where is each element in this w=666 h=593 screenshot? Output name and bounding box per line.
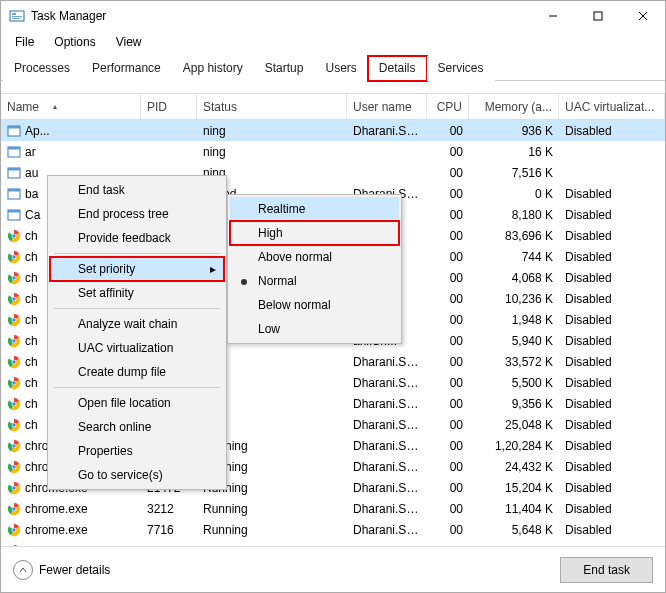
svg-point-69 [12,486,15,489]
cell-mem: 10,236 K [469,292,559,306]
menu-file[interactable]: File [7,33,42,51]
process-icon [7,418,21,432]
table-row[interactable]: chrome.exe1272RunningDharani.Sh...002,14… [1,540,665,546]
cell-cpu: 00 [427,502,469,516]
col-uac[interactable]: UAC virtualizat... [559,94,665,119]
process-name: ch [25,271,38,285]
menu-open-file-location[interactable]: Open file location [50,391,224,415]
svg-rect-9 [8,126,20,129]
tab-performance[interactable]: Performance [81,56,172,81]
process-name: ch [25,397,38,411]
process-name: ch [25,376,38,390]
tab-users[interactable]: Users [314,56,367,81]
menu-set-affinity[interactable]: Set affinity [50,281,224,305]
priority-normal[interactable]: Normal [230,269,399,293]
process-icon [7,439,21,453]
menu-uac-virtualization[interactable]: UAC virtualization [50,336,224,360]
tab-processes[interactable]: Processes [3,56,81,81]
cell-user: Dharani.Sh... [347,544,427,547]
svg-point-37 [12,318,15,321]
col-user[interactable]: User name [347,94,427,119]
process-name: ch [25,355,38,369]
table-row[interactable]: chrome.exe7716RunningDharani.Sh...005,64… [1,519,665,540]
col-mem[interactable]: Memory (a... [469,94,559,119]
window-title: Task Manager [31,9,530,23]
cell-status: Running [197,544,347,547]
priority-low[interactable]: Low [230,317,399,341]
svg-point-53 [12,402,15,405]
cell-user: Dharani.Sh... [347,355,427,369]
table-row[interactable]: arning0016 K [1,141,665,162]
cell-mem: 0 K [469,187,559,201]
process-name: ch [25,334,38,348]
cell-cpu: 00 [427,271,469,285]
titlebar: Task Manager [1,1,665,31]
process-name: ar [25,145,36,159]
col-pid[interactable]: PID [141,94,197,119]
table-row[interactable]: Ap...ningDharani.Sh...00936 KDisabled [1,120,665,141]
table-row[interactable]: chrome.exe3212RunningDharani.Sh...0011,4… [1,498,665,519]
maximize-button[interactable] [575,1,620,31]
cell-uac: Disabled [559,229,665,243]
process-icon [7,166,21,180]
cell-cpu: 00 [427,313,469,327]
menu-go-to-services[interactable]: Go to service(s) [50,463,224,487]
svg-rect-13 [8,168,20,171]
fewer-details-button[interactable]: Fewer details [13,560,110,580]
svg-rect-17 [8,210,20,213]
svg-point-25 [12,255,15,258]
cell-uac: Disabled [559,271,665,285]
col-cpu[interactable]: CPU [427,94,469,119]
menu-provide-feedback[interactable]: Provide feedback [50,226,224,250]
svg-rect-11 [8,147,20,150]
process-icon [7,544,21,547]
priority-below-normal[interactable]: Below normal [230,293,399,317]
cell-status: ning [197,124,347,138]
priority-realtime[interactable]: Realtime [230,197,399,221]
tab-services[interactable]: Services [427,56,495,81]
cell-uac: Disabled [559,334,665,348]
cell-mem: 8,180 K [469,208,559,222]
cell-mem: 9,356 K [469,397,559,411]
svg-rect-5 [594,12,602,20]
menu-properties[interactable]: Properties [50,439,224,463]
process-icon [7,229,21,243]
tab-details[interactable]: Details [368,56,427,81]
cell-mem: 11,404 K [469,502,559,516]
menu-set-priority-label: Set priority [78,262,135,276]
radio-dot-icon [241,279,247,285]
menu-set-priority[interactable]: Set priority▸ [50,257,224,281]
process-icon [7,523,21,537]
menu-options[interactable]: Options [46,33,103,51]
menu-create-dump-file[interactable]: Create dump file [50,360,224,384]
process-icon [7,313,21,327]
app-icon [9,8,25,24]
end-task-button[interactable]: End task [560,557,653,583]
menu-end-task[interactable]: End task [50,178,224,202]
priority-high[interactable]: High [230,221,399,245]
cell-uac: Disabled [559,544,665,547]
cell-user: Dharani.Sh... [347,481,427,495]
process-icon [7,355,21,369]
menu-end-process-tree[interactable]: End process tree [50,202,224,226]
cell-cpu: 00 [427,418,469,432]
tab-app-history[interactable]: App history [172,56,254,81]
menu-analyze-wait-chain[interactable]: Analyze wait chain [50,312,224,336]
cell-cpu: 00 [427,208,469,222]
cell-mem: 5,500 K [469,376,559,390]
col-status[interactable]: Status [197,94,347,119]
cell-pid: 1272 [141,544,197,547]
menu-view[interactable]: View [108,33,150,51]
svg-point-21 [12,234,15,237]
svg-point-49 [12,381,15,384]
tab-startup[interactable]: Startup [254,56,315,81]
minimize-button[interactable] [530,1,575,31]
process-name: ch [25,418,38,432]
cell-uac: Disabled [559,502,665,516]
priority-above-normal[interactable]: Above normal [230,245,399,269]
close-button[interactable] [620,1,665,31]
menu-search-online[interactable]: Search online [50,415,224,439]
col-name[interactable]: Name▴ [1,94,141,119]
process-icon [7,145,21,159]
cell-mem: 2,148 K [469,544,559,547]
